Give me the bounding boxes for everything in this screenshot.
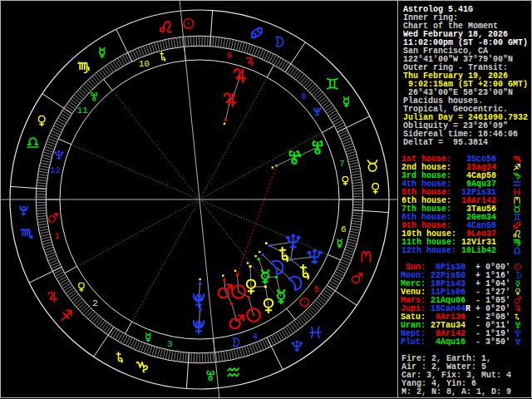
svg-text:9: 9 [226, 51, 232, 61]
svg-text:1: 1 [54, 231, 60, 241]
svg-text:7: 7 [339, 159, 345, 169]
svg-text:5: 5 [313, 284, 319, 294]
svg-text:8: 8 [301, 91, 307, 101]
svg-text:12: 12 [50, 165, 61, 175]
svg-text:3: 3 [167, 339, 173, 349]
svg-text:6: 6 [341, 224, 347, 234]
svg-text:10: 10 [139, 59, 150, 69]
svg-text:2: 2 [92, 298, 98, 308]
svg-text:11: 11 [77, 106, 89, 116]
svg-text:4: 4 [252, 332, 258, 342]
